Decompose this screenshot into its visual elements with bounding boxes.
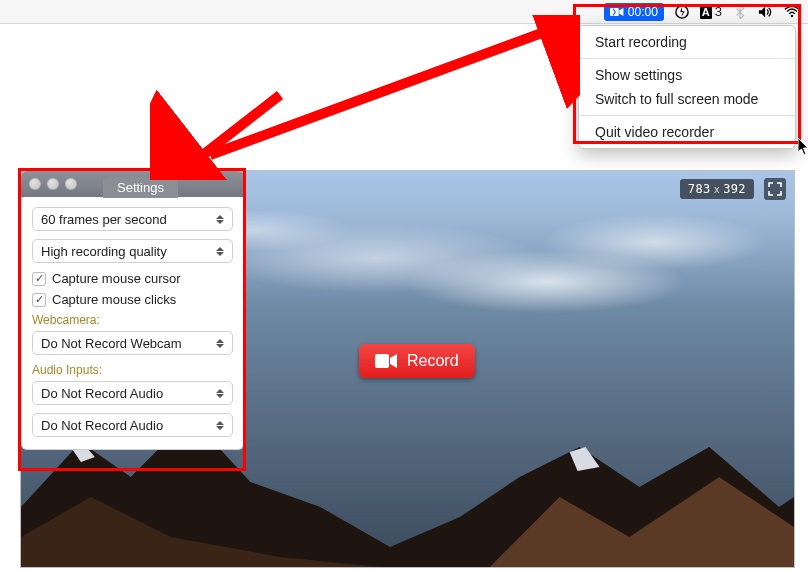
traffic-minimize[interactable]	[47, 178, 59, 190]
camera-icon	[375, 354, 397, 368]
traffic-close[interactable]	[29, 178, 41, 190]
dims-width: 783	[688, 182, 711, 196]
audio1-value: Do Not Record Audio	[41, 386, 163, 401]
settings-titlebar[interactable]: Settings	[21, 171, 244, 197]
dims-height: 392	[723, 182, 746, 196]
webcam-section-label: Webcamera:	[32, 313, 233, 327]
recorder-timer: 00:00	[628, 5, 658, 19]
svg-rect-3	[375, 354, 389, 368]
stepper-icon	[216, 335, 228, 351]
audio-select-2[interactable]: Do Not Record Audio	[32, 413, 233, 437]
cursor-icon	[798, 138, 808, 156]
capture-clicks-label: Capture mouse clicks	[52, 292, 176, 307]
mac-menubar: 00:00 A 3	[0, 0, 808, 24]
svg-point-2	[791, 14, 793, 16]
checkbox-checked-icon: ✓	[32, 272, 46, 286]
menu-separator	[579, 58, 795, 59]
menu-separator	[579, 115, 795, 116]
menu-item-label: Start recording	[595, 34, 687, 50]
fullscreen-icon	[768, 182, 782, 196]
stepper-icon	[216, 385, 228, 401]
menu-start-recording[interactable]: Start recording	[579, 30, 795, 54]
dims-x: x	[711, 184, 723, 195]
svg-rect-0	[610, 7, 619, 15]
audio-select-1[interactable]: Do Not Record Audio	[32, 381, 233, 405]
wifi-icon[interactable]	[784, 5, 800, 19]
adobe-icon: A	[700, 5, 712, 19]
traffic-zoom[interactable]	[65, 178, 77, 190]
recorder-menubar-item[interactable]: 00:00	[604, 3, 664, 21]
webcam-select[interactable]: Do Not Record Webcam	[32, 331, 233, 355]
stepper-icon	[216, 243, 228, 259]
camera-icon	[610, 7, 624, 17]
dimensions-badge: 783x392	[680, 179, 754, 199]
menu-quit[interactable]: Quit video recorder	[579, 120, 795, 144]
quality-select[interactable]: High recording quality	[32, 239, 233, 263]
audio2-value: Do Not Record Audio	[41, 418, 163, 433]
stepper-icon	[216, 417, 228, 433]
record-button-label: Record	[407, 352, 459, 370]
webcam-value: Do Not Record Webcam	[41, 336, 182, 351]
record-button[interactable]: Record	[359, 344, 475, 378]
menu-show-settings[interactable]: Show settings	[579, 63, 795, 87]
volume-icon[interactable]	[758, 5, 774, 19]
menu-item-label: Show settings	[595, 67, 682, 83]
svg-line-5	[190, 95, 280, 165]
settings-tab[interactable]: Settings	[103, 177, 178, 198]
stepper-icon	[216, 211, 228, 227]
capture-cursor-label: Capture mouse cursor	[52, 271, 181, 286]
adobe-count: 3	[715, 4, 722, 19]
fps-value: 60 frames per second	[41, 212, 167, 227]
settings-tab-label: Settings	[117, 180, 164, 195]
settings-panel: Settings 60 frames per second High recor…	[21, 171, 244, 450]
capture-clicks-row[interactable]: ✓ Capture mouse clicks	[32, 292, 233, 307]
flash-off-icon[interactable]	[674, 5, 690, 19]
checkbox-checked-icon: ✓	[32, 293, 46, 307]
audio-section-label: Audio Inputs:	[32, 363, 233, 377]
svg-line-4	[210, 27, 558, 155]
recorder-dropdown: Start recording Show settings Switch to …	[578, 25, 796, 149]
annotation-arrow-left	[150, 15, 580, 180]
menu-fullscreen[interactable]: Switch to full screen mode	[579, 87, 795, 111]
fps-select[interactable]: 60 frames per second	[32, 207, 233, 231]
menu-item-label: Switch to full screen mode	[595, 91, 758, 107]
menu-item-label: Quit video recorder	[595, 124, 714, 140]
fullscreen-button[interactable]	[764, 178, 786, 200]
annotation-arrow-right	[150, 15, 580, 180]
adobe-menu-item[interactable]: A 3	[700, 4, 722, 19]
capture-cursor-row[interactable]: ✓ Capture mouse cursor	[32, 271, 233, 286]
quality-value: High recording quality	[41, 244, 167, 259]
settings-body: 60 frames per second High recording qual…	[21, 197, 244, 450]
bluetooth-icon[interactable]	[732, 5, 748, 19]
